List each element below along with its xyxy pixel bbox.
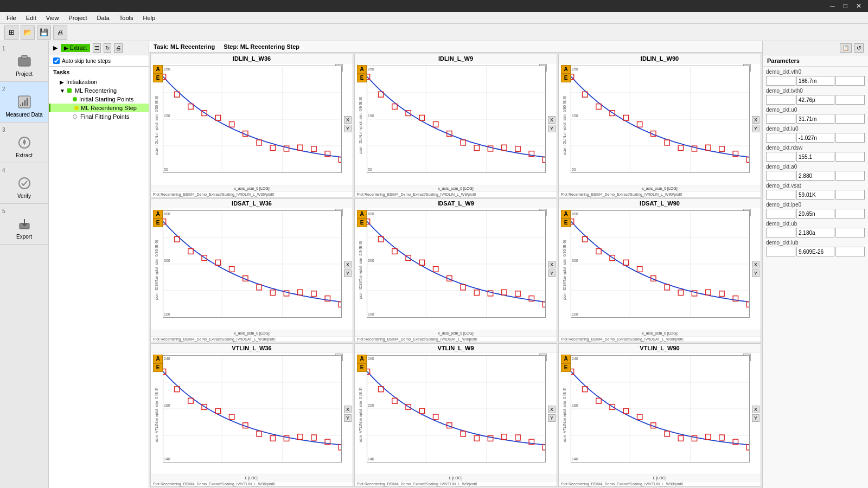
e-button-0-1[interactable]: E xyxy=(357,74,367,82)
right-panel-btn-2[interactable]: ↺ xyxy=(854,43,864,53)
e-button-1-0[interactable]: E xyxy=(153,219,163,227)
menu-project[interactable]: Project xyxy=(64,14,91,22)
auto-skip-checkbox[interactable] xyxy=(53,57,60,64)
param-left-input-0[interactable] xyxy=(766,76,795,86)
param-row-3 xyxy=(766,133,865,143)
close-button[interactable]: ✕ xyxy=(854,2,864,10)
param-right-input-9[interactable] xyxy=(835,247,865,256)
e-button-0-0[interactable]: E xyxy=(153,74,163,82)
param-right-input-5[interactable] xyxy=(835,171,865,181)
param-left-input-1[interactable] xyxy=(766,95,795,105)
param-right-input-2[interactable] xyxy=(835,114,865,124)
x-button-1-1[interactable]: X xyxy=(548,261,556,268)
param-value-input-9[interactable] xyxy=(796,247,834,256)
param-value-input-7[interactable] xyxy=(796,209,834,219)
a-button-1-1[interactable]: A xyxy=(357,210,367,219)
param-value-input-6[interactable] xyxy=(796,190,834,200)
toolbar-btn-3[interactable]: 💾 xyxy=(37,25,51,40)
toolbar-btn-1[interactable]: ⊞ xyxy=(4,25,18,40)
extract-button[interactable]: ▶ Extract xyxy=(61,44,90,52)
menu-edit[interactable]: Edit xyxy=(22,14,41,22)
param-value-input-8[interactable] xyxy=(796,228,834,237)
e-button-2-2[interactable]: E xyxy=(561,363,571,372)
task-initial-starting-points[interactable]: Initial Starting Points xyxy=(49,95,149,104)
x-button-2-2[interactable]: X xyxy=(752,406,760,413)
print-button[interactable]: 🖨 xyxy=(114,43,123,53)
sidebar-step-extract[interactable]: 3 Extract xyxy=(0,123,48,163)
y-button-2-0[interactable]: Y xyxy=(344,414,352,422)
param-value-input-4[interactable] xyxy=(796,152,834,162)
y-button-1-1[interactable]: Y xyxy=(548,269,556,277)
task-ml-recentering-step[interactable]: ML Recentering Step xyxy=(49,104,149,112)
x-button-0-0[interactable]: X xyxy=(344,116,352,124)
param-value-input-0[interactable] xyxy=(796,76,834,86)
param-right-input-3[interactable] xyxy=(835,133,865,143)
x-button-2-1[interactable]: X xyxy=(548,406,556,413)
e-button-1-1[interactable]: E xyxy=(357,219,367,227)
task-final-fitting-points[interactable]: Final Fitting Points xyxy=(49,112,149,121)
param-left-input-2[interactable] xyxy=(766,114,795,124)
param-value-input-2[interactable] xyxy=(796,114,834,124)
y-button-2-2[interactable]: Y xyxy=(752,414,760,422)
sidebar-step-measured-data[interactable]: 2 Measured Data xyxy=(0,82,48,123)
param-left-input-8[interactable] xyxy=(766,228,795,237)
a-button-2-2[interactable]: A xyxy=(561,355,571,363)
x-button-0-2[interactable]: X xyxy=(752,116,760,124)
e-button-0-2[interactable]: E xyxy=(561,74,571,82)
param-right-input-0[interactable] xyxy=(835,76,865,86)
param-left-input-3[interactable] xyxy=(766,133,795,143)
toolbar-btn-4[interactable]: 🖨 xyxy=(53,25,67,40)
y-button-1-2[interactable]: Y xyxy=(752,269,760,277)
maximize-button[interactable]: □ xyxy=(841,2,850,10)
task-initialization[interactable]: ▶ Initialization xyxy=(49,78,149,86)
param-value-input-1[interactable] xyxy=(796,95,834,105)
param-left-input-5[interactable] xyxy=(766,171,795,181)
x-button-1-2[interactable]: X xyxy=(752,261,760,268)
param-right-input-7[interactable] xyxy=(835,209,865,219)
param-right-input-1[interactable] xyxy=(835,95,865,105)
y-button-1-0[interactable]: Y xyxy=(344,269,352,277)
menu-help[interactable]: Help xyxy=(139,14,160,22)
y-button-0-2[interactable]: Y xyxy=(752,125,760,132)
list-button[interactable]: ☰ xyxy=(93,43,101,53)
a-button-0-2[interactable]: A xyxy=(561,65,571,74)
refresh-button[interactable]: ↻ xyxy=(104,43,111,53)
param-right-input-8[interactable] xyxy=(835,228,865,237)
y-button-0-0[interactable]: Y xyxy=(344,125,352,132)
y-button-2-1[interactable]: Y xyxy=(548,414,556,422)
a-button-1-0[interactable]: A xyxy=(153,210,163,219)
sidebar-step-project[interactable]: 1 Project xyxy=(0,41,48,82)
param-value-input-5[interactable] xyxy=(796,171,834,181)
right-panel-btn-1[interactable]: 📋 xyxy=(840,43,852,53)
param-left-input-4[interactable] xyxy=(766,152,795,162)
x-button-2-0[interactable]: X xyxy=(344,406,352,413)
svg-rect-143 xyxy=(339,445,341,450)
a-button-0-0[interactable]: A xyxy=(153,65,163,74)
x-button-0-1[interactable]: X xyxy=(548,116,556,124)
x-button-1-0[interactable]: X xyxy=(344,261,352,268)
minimize-button[interactable]: ─ xyxy=(828,2,837,10)
toolbar-btn-2[interactable]: 📂 xyxy=(21,25,35,40)
param-left-input-6[interactable] xyxy=(766,190,795,200)
a-button-2-0[interactable]: A xyxy=(153,355,163,363)
task-ml-recentering[interactable]: ▼ ML Recentering xyxy=(49,86,149,95)
sidebar-step-verify[interactable]: 4 Verify xyxy=(0,163,48,204)
e-button-2-0[interactable]: E xyxy=(153,363,163,372)
a-button-2-1[interactable]: A xyxy=(357,355,367,363)
e-button-2-1[interactable]: E xyxy=(357,363,367,372)
e-button-1-2[interactable]: E xyxy=(561,219,571,227)
y-button-0-1[interactable]: Y xyxy=(548,125,556,132)
menu-file[interactable]: File xyxy=(2,14,21,22)
param-left-input-9[interactable] xyxy=(766,247,795,256)
param-right-input-4[interactable] xyxy=(835,152,865,162)
menu-tools[interactable]: Tools xyxy=(115,14,138,22)
menu-view[interactable]: View xyxy=(42,14,63,22)
a-button-0-1[interactable]: A xyxy=(357,65,367,74)
param-left-input-7[interactable] xyxy=(766,209,795,219)
param-value-input-3[interactable] xyxy=(796,133,834,143)
param-right-input-6[interactable] xyxy=(835,190,865,200)
a-button-1-2[interactable]: A xyxy=(561,210,571,219)
menu-data[interactable]: Data xyxy=(93,14,114,22)
sidebar-step-export[interactable]: 5 Export xyxy=(0,204,48,245)
chart-body-1-1: pcm_IDSAT.m yplot_sim_0/9 [E-6] xyxy=(355,208,557,330)
